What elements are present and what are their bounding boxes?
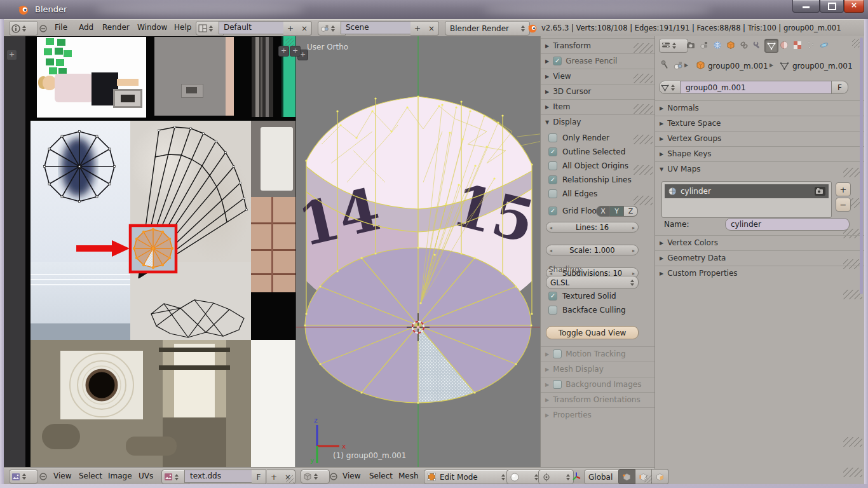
panel-drag-hatch[interactable] (634, 165, 653, 175)
screen-layout-name[interactable]: Default (219, 21, 288, 34)
panel-grease-pencil[interactable]: ▶ ✓ Grease Pencil (541, 53, 655, 68)
uv-name-input[interactable]: cylinder (725, 218, 850, 231)
maximize-button[interactable] (820, 0, 844, 13)
checkbox[interactable] (548, 189, 557, 198)
tab-scene[interactable] (698, 39, 710, 51)
uv-map-remove-button[interactable]: − (836, 198, 851, 212)
close-button[interactable]: × (844, 0, 864, 13)
panel-3d-cursor[interactable]: ▶ 3D Cursor (541, 84, 655, 98)
panel-transform[interactable]: ▶ Transform (541, 38, 655, 53)
panel-drag-hatch[interactable] (843, 468, 862, 477)
collapse-menus-icon[interactable] (39, 473, 47, 480)
menu-select[interactable]: Select (79, 471, 102, 480)
menu-file[interactable]: File (55, 23, 67, 32)
panel-motion-tracking[interactable]: ▶ Motion Tracking (541, 346, 655, 361)
panel-uv-maps[interactable]: ▼ UV Maps (655, 161, 865, 176)
window-titlebar[interactable]: Blender × (0, 0, 868, 20)
editor-type-selector[interactable] (9, 470, 38, 484)
scene-name[interactable]: Scene (341, 21, 415, 34)
menu-select[interactable]: Select (369, 471, 393, 480)
vertex-select-button[interactable] (618, 469, 635, 484)
image-name-field[interactable]: text.dds (184, 470, 257, 483)
panel-vertex-groups[interactable]: ▶ Vertex Groups (655, 131, 865, 146)
checkbox[interactable]: ✓ (548, 292, 557, 301)
axis-y-toggle[interactable]: Y (610, 206, 624, 217)
menu-help[interactable]: Help (174, 23, 191, 32)
uv-image-editor[interactable]: + (4, 36, 295, 467)
area-resize-corner[interactable] (644, 475, 652, 483)
background-images-checkbox[interactable] (553, 380, 562, 389)
grease-pencil-checkbox[interactable]: ✓ (553, 57, 562, 65)
checkbox[interactable] (548, 161, 557, 170)
panel-background-images[interactable]: ▶ Background Images (541, 377, 655, 391)
panel-texture-space[interactable]: ▶ Texture Space (655, 116, 865, 130)
add-layout-button[interactable]: + (283, 21, 298, 36)
check-all-object-origins[interactable]: All Object Origins (548, 161, 628, 170)
checkbox[interactable]: ✓ (548, 207, 557, 215)
axis-z-toggle[interactable]: Z (624, 206, 638, 217)
shading-dropdown[interactable] (506, 470, 542, 484)
pivot-point-dropdown[interactable] (538, 470, 574, 484)
collapse-menus-icon[interactable] (39, 25, 47, 32)
panel-item[interactable]: ▶ Item (541, 99, 655, 114)
panel-drag-hatch[interactable] (634, 196, 653, 205)
mesh-name-input[interactable]: group00_m.001 (681, 81, 832, 94)
editor-type-selector[interactable] (301, 470, 330, 484)
tab-render[interactable] (684, 39, 697, 51)
tab-constraints[interactable] (738, 39, 750, 51)
render-camera-icon[interactable] (815, 187, 825, 196)
check-grid-floor[interactable]: ✓Grid Floor (548, 207, 600, 215)
tab-object-data[interactable] (764, 39, 778, 53)
mesh-data-icon[interactable] (780, 61, 789, 70)
tab-modifiers[interactable] (751, 39, 764, 51)
check-all-edges[interactable]: All Edges (548, 189, 597, 198)
toolbar-expand-handle[interactable]: + (6, 50, 17, 60)
area-resize-corner[interactable] (286, 475, 294, 483)
menu-render[interactable]: Render (102, 23, 130, 32)
menu-add[interactable]: Add (79, 23, 93, 32)
uv-map-list-item[interactable]: cylinder (665, 184, 829, 198)
delete-scene-button[interactable]: × (424, 21, 439, 36)
panel-transform-orientations[interactable]: ▶ Transform Orientations (541, 392, 655, 407)
shading-mode-dropdown[interactable]: GLSL (546, 276, 639, 289)
check-relationship-lines[interactable]: ✓Relationship Lines (548, 175, 632, 184)
panel-properties[interactable]: ▶ Properties (541, 407, 655, 422)
delete-layout-button[interactable]: × (297, 21, 312, 36)
axis-x-toggle[interactable]: X (596, 206, 610, 217)
region-expand-handle[interactable]: + (278, 46, 289, 57)
uv-map-add-button[interactable]: + (836, 182, 851, 196)
minimize-button[interactable] (792, 0, 820, 13)
tab-physics[interactable] (818, 39, 831, 51)
panel-view[interactable]: ▶ View (541, 69, 655, 83)
panel-vertex-colors[interactable]: ▶ Vertex Colors (655, 235, 865, 250)
tab-material[interactable] (778, 39, 790, 51)
menu-image[interactable]: Image (108, 471, 132, 480)
panel-mesh-display[interactable]: ▶ Mesh Display (541, 362, 655, 376)
scrollbar[interactable] (860, 37, 863, 294)
panel-drag-hatch[interactable] (634, 135, 653, 144)
image-fake-user-button[interactable]: F (252, 470, 266, 484)
editor-type-selector[interactable] (9, 21, 38, 36)
face-select-button[interactable] (652, 469, 668, 484)
breadcrumb-data-name[interactable]: group00_m.001 (792, 62, 853, 71)
checkbox[interactable] (548, 133, 557, 142)
motion-tracking-checkbox[interactable] (553, 349, 562, 358)
menu-uvs[interactable]: UVs (139, 471, 153, 480)
tab-object[interactable] (724, 39, 737, 51)
grid-scale-slider[interactable]: ◂Scale: 1.000▸ (546, 245, 639, 255)
panel-normals[interactable]: ▶ Normals (655, 100, 865, 115)
fake-user-button[interactable]: F (832, 81, 848, 94)
pin-icon[interactable] (660, 60, 669, 70)
menu-view[interactable]: View (342, 471, 360, 480)
panel-drag-hatch[interactable] (634, 43, 653, 53)
panel-geometry-data[interactable]: ▶ Geometry Data (655, 250, 865, 265)
checkbox[interactable] (548, 306, 557, 315)
manipulator-axis-icon[interactable] (571, 471, 581, 482)
add-scene-button[interactable]: + (410, 21, 425, 36)
tab-world[interactable] (711, 39, 724, 51)
toggle-quad-view-button[interactable]: Toggle Quad View (546, 326, 639, 339)
panel-display[interactable]: ▼ Display (541, 114, 655, 129)
panel-custom-properties[interactable]: ▶ Custom Properties (655, 266, 865, 280)
menu-mesh[interactable]: Mesh (398, 471, 419, 480)
check-textured-solid[interactable]: ✓Textured Solid (548, 292, 616, 301)
